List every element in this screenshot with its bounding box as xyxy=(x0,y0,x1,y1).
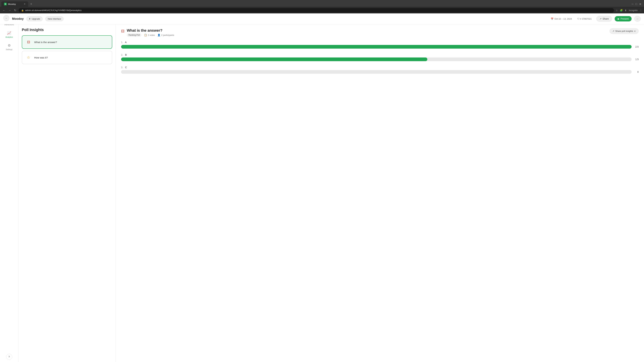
upgrade-icon: ⬆ xyxy=(29,17,31,20)
poll-star-icon: ☆ xyxy=(26,54,32,60)
bar-value-2: 0 xyxy=(634,70,639,73)
chart-answer-2: C xyxy=(125,66,127,69)
share-button[interactable]: ↗ Share xyxy=(596,16,612,22)
maximize-button[interactable]: □ xyxy=(636,2,637,6)
app-title: Moodoy xyxy=(12,17,24,21)
poll-detail-header: ⊟ What is the answer? Ranking Poll 📋 2 v… xyxy=(121,28,639,37)
active-tab[interactable]: S Moodoy ✕ xyxy=(1,1,28,7)
chart-container: 1. A 2.5 2. B 1.5 3. xyxy=(121,41,639,74)
bar-container-1: 1.5 xyxy=(121,57,639,61)
chart-row-2: 3. C 0 xyxy=(121,66,639,74)
share-chevron-icon: ∨ xyxy=(634,30,636,32)
bar-track-2 xyxy=(121,70,632,74)
close-button[interactable]: ✕ xyxy=(639,2,641,6)
address-actions: ☆ 🧩 ⬇ Incognito ⋮ xyxy=(616,9,642,12)
chart-answer-0: A xyxy=(125,41,126,43)
poll-detail-title: What is the answer? xyxy=(127,28,174,33)
app-container: 💬 Interactions 📈 Analytics ⚙ Settings ? … xyxy=(0,14,644,362)
bookmark-icon[interactable]: ☆ xyxy=(616,9,618,12)
back-button[interactable]: ← xyxy=(3,15,10,21)
lock-icon: 🔒 xyxy=(21,9,24,11)
chart-answer-1: B xyxy=(125,53,127,56)
settings-icon: ⚙ xyxy=(8,43,11,47)
poll-card-1-title: What is the answer? xyxy=(34,41,57,43)
analytics-icon: 📈 xyxy=(7,31,11,35)
incognito-label: Incognito xyxy=(629,9,638,12)
upgrade-button[interactable]: ⬆ Upgrade xyxy=(26,16,42,21)
chart-label-1: 2. B xyxy=(121,53,639,56)
right-panel: ⊟ What is the answer? Ranking Poll 📋 2 v… xyxy=(116,24,644,362)
chart-label-2: 3. C xyxy=(121,66,639,69)
url-input[interactable]: 🔒 admin.sli.do/event/t4KbXZJUCAgYVHf8EV3… xyxy=(18,8,614,12)
bar-track-0 xyxy=(121,45,632,49)
calendar-icon: 📅 xyxy=(551,17,554,20)
sidebar-bottom: ? xyxy=(6,354,12,360)
bar-value-1: 1.5 xyxy=(634,58,639,61)
new-tab-button[interactable]: + xyxy=(29,2,34,6)
poll-card-2-title: How was it? xyxy=(34,56,48,59)
poll-meta: Ranking Poll 📋 2 votes 👤 2 participants xyxy=(127,33,174,37)
tab-favicon: S xyxy=(4,3,7,5)
chart-rank-1: 2. xyxy=(121,53,123,56)
extensions-icon[interactable]: 🧩 xyxy=(620,9,623,12)
reload-button[interactable]: ↻ xyxy=(14,8,17,12)
participants-meta: 👤 2 participants xyxy=(158,34,174,36)
back-nav-button[interactable]: ← xyxy=(2,8,6,12)
shield-icon: 🛡 xyxy=(577,17,580,20)
sidebar-item-settings[interactable]: ⚙ Settings xyxy=(2,41,17,52)
share-insights-button[interactable]: ↗ Share poll insights ∨ xyxy=(610,28,639,34)
url-text: admin.sli.do/event/t4KbXZJUCAgYVHf8EV3dQ… xyxy=(25,9,82,11)
help-button[interactable]: ? xyxy=(6,354,12,360)
participants-icon: 👤 xyxy=(158,34,160,36)
bar-container-0: 2.5 xyxy=(121,45,639,49)
date-range: 📅 Oct 10 – 13, 2024 xyxy=(551,17,572,20)
minimize-button[interactable]: ─ xyxy=(632,2,634,6)
chart-row-1: 2. B 1.5 xyxy=(121,53,639,61)
menu-icon[interactable]: ⋮ xyxy=(640,9,642,12)
chart-row-0: 1. A 2.5 xyxy=(121,41,639,49)
app-header: ← Moodoy ⬆ Upgrade New interface 📅 Oct 1… xyxy=(0,13,644,24)
forward-nav-button[interactable]: → xyxy=(8,8,12,12)
poll-ranking-icon: ⊟ xyxy=(26,39,32,45)
tab-bar: S Moodoy ✕ + ─ □ ✕ xyxy=(0,0,644,7)
main-content: Poll Insights ⊟ What is the answer? ☆ Ho… xyxy=(18,24,644,362)
chart-label-0: 1. A xyxy=(121,41,639,43)
poll-type-badge: Ranking Poll xyxy=(127,33,142,37)
left-panel: Poll Insights ⊟ What is the answer? ☆ Ho… xyxy=(18,24,116,362)
bar-value-0: 2.5 xyxy=(634,45,639,48)
present-button[interactable]: ▶ Present xyxy=(615,16,632,21)
new-interface-button[interactable]: New interface xyxy=(45,16,64,21)
share-insights-icon: ↗ xyxy=(612,30,614,32)
sidebar: 💬 Interactions 📈 Analytics ⚙ Settings ? xyxy=(0,14,18,362)
present-icon: ▶ xyxy=(618,17,620,20)
share-icon: ↗ xyxy=(600,17,602,20)
poll-detail-ranking-icon: ⊟ xyxy=(121,29,124,33)
page-title: Poll Insights xyxy=(22,28,112,32)
tab-close-button[interactable]: ✕ xyxy=(24,3,26,5)
poll-title-section: ⊟ What is the answer? Ranking Poll 📋 2 v… xyxy=(121,28,174,37)
address-bar: ← → ↻ 🔒 admin.sli.do/event/t4KbXZJUCAgYV… xyxy=(0,7,644,14)
more-options-button[interactable]: ··· xyxy=(634,16,641,22)
votes-icon: 📋 xyxy=(144,34,147,36)
sidebar-item-analytics[interactable]: 📈 Analytics xyxy=(2,29,17,40)
bar-fill-1 xyxy=(121,57,427,61)
poll-card-2[interactable]: ☆ How was it? xyxy=(22,51,112,64)
browser-chrome: S Moodoy ✕ + ─ □ ✕ ← → ↻ 🔒 admin.sli.do/… xyxy=(0,0,644,14)
window-controls: ─ □ ✕ xyxy=(632,2,643,6)
download-icon[interactable]: ⬇ xyxy=(625,9,627,12)
poll-card-1[interactable]: ⊟ What is the answer? xyxy=(22,35,112,49)
votes-meta: 📋 2 votes xyxy=(144,34,155,36)
bar-fill-0 xyxy=(121,45,632,49)
bar-track-1 xyxy=(121,57,632,61)
event-id: 🛡 # 37867021 xyxy=(577,17,592,20)
chart-rank-0: 1. xyxy=(121,41,123,43)
bar-container-2: 0 xyxy=(121,70,639,74)
tab-label: Moodoy xyxy=(8,3,16,5)
chart-rank-2: 3. xyxy=(121,66,123,69)
